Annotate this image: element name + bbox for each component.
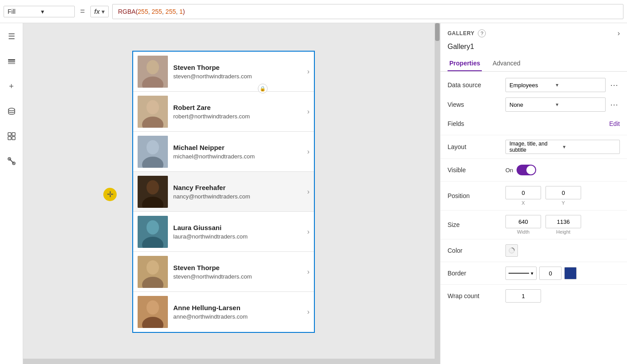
position-x-group: X bbox=[505, 186, 541, 206]
tools-icon[interactable] bbox=[4, 153, 20, 169]
svg-point-21 bbox=[147, 180, 159, 194]
svg-point-12 bbox=[147, 60, 159, 74]
chevron-3: › bbox=[304, 148, 309, 156]
tab-properties[interactable]: Properties bbox=[448, 56, 482, 71]
position-xy-row: X Y bbox=[505, 186, 581, 206]
move-cursor: ✛ bbox=[103, 188, 117, 201]
gallery-component[interactable]: 🔒 Steven Thorpe steven@northwindtraders.… bbox=[132, 51, 315, 333]
size-width-input[interactable] bbox=[505, 215, 541, 228]
size-height-label: Height bbox=[556, 229, 570, 235]
layout-dropdown[interactable]: Image, title, and subtitle ▾ bbox=[505, 140, 620, 154]
gallery-item-selected[interactable]: Nancy Freehafer nancy@northwindtraders.c… bbox=[133, 172, 314, 212]
datasource-dropdown[interactable]: Employees ▾ bbox=[505, 78, 606, 92]
canvas-scrollbar-horizontal[interactable] bbox=[23, 359, 435, 364]
svg-point-3 bbox=[8, 108, 15, 111]
gallery-item[interactable]: Laura Giussani laura@northwindtraders.co… bbox=[133, 212, 314, 252]
svg-rect-0 bbox=[8, 59, 15, 61]
layers-icon[interactable] bbox=[4, 53, 20, 69]
component-icon[interactable] bbox=[4, 128, 20, 144]
properties-section: Data source Employees ▾ ⋯ Views None ▾ bbox=[440, 72, 627, 309]
size-control: Width Height bbox=[505, 215, 620, 235]
avatar-4 bbox=[138, 176, 168, 208]
views-dropdown[interactable]: None ▾ bbox=[505, 97, 606, 112]
gallery-item[interactable]: Michael Neipper michael@northwindtraders… bbox=[133, 132, 314, 172]
color-swatch[interactable] bbox=[505, 244, 518, 257]
size-height-input[interactable] bbox=[546, 215, 581, 228]
size-xy-row: Width Height bbox=[505, 215, 581, 235]
visible-control: On bbox=[505, 165, 620, 175]
layout-label: Layout bbox=[448, 143, 505, 150]
fields-control: Edit bbox=[505, 120, 620, 127]
svg-line-8 bbox=[9, 158, 14, 164]
wrapcount-input[interactable] bbox=[505, 289, 541, 303]
avatar-1 bbox=[138, 56, 168, 88]
panel-help-button[interactable]: ? bbox=[478, 29, 486, 37]
border-style-dropdown[interactable]: ▾ bbox=[505, 267, 537, 280]
formula-text: RGBA(255, 255, 255, 1) bbox=[118, 8, 185, 15]
menu-icon[interactable]: ☰ bbox=[4, 28, 20, 44]
svg-rect-1 bbox=[8, 61, 15, 62]
views-more[interactable]: ⋯ bbox=[608, 100, 620, 109]
equals-sign: = bbox=[78, 7, 87, 16]
layout-value: Image, title, and subtitle bbox=[509, 141, 563, 153]
position-x-input[interactable] bbox=[505, 186, 541, 199]
item-email-2: robert@northwindtraders.com bbox=[173, 113, 304, 120]
database-icon[interactable] bbox=[4, 103, 20, 119]
fields-label: Fields bbox=[448, 120, 505, 127]
fill-dropdown[interactable]: Fill ▾ bbox=[4, 6, 75, 17]
datasource-label: Data source bbox=[448, 81, 505, 89]
fx-caret: ▾ bbox=[102, 8, 105, 15]
gallery-item[interactable]: Robert Zare robert@northwindtraders.com … bbox=[133, 92, 314, 132]
gallery-item[interactable]: Anne Hellung-Larsen anne@northwindtrader… bbox=[133, 292, 314, 332]
svg-rect-2 bbox=[8, 63, 15, 64]
size-height-group: Height bbox=[546, 215, 581, 235]
border-color-swatch[interactable] bbox=[564, 267, 577, 279]
fill-caret: ▾ bbox=[41, 8, 71, 15]
gallery-item[interactable]: Steven Thorpe steven@northwindtraders.co… bbox=[133, 52, 314, 92]
item-name-2: Robert Zare bbox=[173, 104, 304, 111]
canvas-scrollbar-vertical[interactable] bbox=[435, 23, 440, 364]
prop-row-datasource: Data source Employees ▾ ⋯ bbox=[440, 75, 627, 95]
color-label: Color bbox=[448, 247, 505, 254]
visible-toggle[interactable] bbox=[517, 165, 536, 175]
tab-advanced[interactable]: Advanced bbox=[491, 56, 522, 71]
avatar-6 bbox=[138, 256, 168, 288]
item-email-5: laura@northwindtraders.com bbox=[173, 233, 304, 240]
panel-header: GALLERY ? › bbox=[440, 23, 627, 42]
border-thickness-input[interactable] bbox=[539, 267, 562, 280]
position-y-input[interactable] bbox=[546, 186, 581, 199]
svg-point-24 bbox=[147, 220, 159, 235]
svg-rect-7 bbox=[12, 137, 15, 140]
datasource-more[interactable]: ⋯ bbox=[608, 80, 620, 90]
item-info-4: Nancy Freehafer nancy@northwindtraders.c… bbox=[173, 184, 304, 200]
layout-caret: ▾ bbox=[563, 144, 616, 150]
canvas-area[interactable]: 🔒 Steven Thorpe steven@northwindtraders.… bbox=[23, 23, 440, 364]
fx-button[interactable]: fx ▾ bbox=[90, 6, 109, 17]
chevron-7: › bbox=[304, 308, 309, 316]
svg-point-15 bbox=[147, 100, 159, 114]
divider-7 bbox=[440, 284, 627, 285]
panel-expand-button[interactable]: › bbox=[618, 29, 620, 37]
scrollbar-thumb-v[interactable] bbox=[435, 23, 440, 41]
views-label: Views bbox=[448, 101, 505, 108]
item-info-3: Michael Neipper michael@northwindtraders… bbox=[173, 144, 304, 160]
fields-edit-link[interactable]: Edit bbox=[609, 120, 620, 127]
item-name-1: Steven Thorpe bbox=[173, 64, 304, 71]
formula-bar[interactable]: RGBA(255, 255, 255, 1) bbox=[112, 4, 623, 19]
divider-1 bbox=[440, 135, 627, 135]
svg-point-30 bbox=[147, 300, 159, 315]
add-icon[interactable]: + bbox=[4, 78, 20, 94]
item-name-5: Laura Giussani bbox=[173, 224, 304, 231]
layout-control: Image, title, and subtitle ▾ bbox=[505, 140, 620, 154]
item-name-7: Anne Hellung-Larsen bbox=[173, 304, 304, 311]
size-width-group: Width bbox=[505, 215, 541, 235]
border-label: Border bbox=[448, 270, 505, 277]
prop-row-color: Color bbox=[440, 241, 627, 260]
visible-label: Visible bbox=[448, 166, 505, 174]
gallery-item[interactable]: Steven Thorpe steven@northwindtraders.co… bbox=[133, 252, 314, 292]
border-line-preview bbox=[509, 273, 529, 274]
panel-section-title: GALLERY bbox=[448, 30, 474, 36]
divider-2 bbox=[440, 158, 627, 159]
item-email-1: steven@northwindtraders.com bbox=[173, 73, 304, 80]
border-control: ▾ bbox=[505, 267, 620, 280]
